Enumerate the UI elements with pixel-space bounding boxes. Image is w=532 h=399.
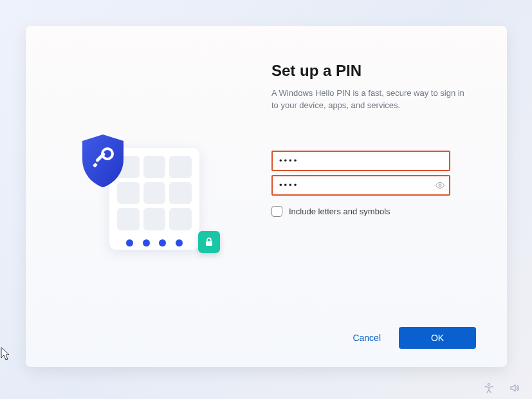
page-title: Set up a PIN	[271, 62, 476, 80]
shield-key-icon	[77, 132, 129, 190]
reveal-pin-button[interactable]	[434, 179, 446, 192]
dialog-actions: Cancel OK	[350, 327, 476, 349]
include-symbols-label: Include letters and symbols	[289, 207, 390, 216]
mouse-cursor	[0, 346, 12, 362]
eye-icon	[435, 180, 445, 190]
pin-illustration	[77, 132, 212, 261]
page-description: A Windows Hello PIN is a fast, secure wa…	[271, 88, 464, 112]
include-symbols-row: Include letters and symbols	[271, 206, 476, 217]
new-pin-input[interactable]	[271, 151, 450, 171]
new-pin-field-wrap	[271, 151, 450, 171]
svg-point-4	[439, 184, 441, 187]
lock-icon	[198, 231, 220, 253]
pin-setup-dialog: Set up a PIN A Windows Hello PIN is a fa…	[26, 26, 507, 367]
include-symbols-checkbox[interactable]	[271, 206, 282, 217]
sound-icon[interactable]	[509, 382, 520, 394]
svg-rect-3	[206, 241, 212, 246]
content-panel: Set up a PIN A Windows Hello PIN is a fa…	[264, 26, 507, 367]
confirm-pin-field-wrap	[271, 175, 450, 196]
ok-button[interactable]: OK	[399, 327, 476, 349]
svg-point-5	[488, 384, 490, 385]
cancel-button[interactable]: Cancel	[350, 328, 383, 348]
taskbar-tray	[483, 382, 520, 394]
illustration-panel	[26, 26, 264, 367]
confirm-pin-input[interactable]	[271, 175, 450, 196]
accessibility-icon[interactable]	[483, 382, 495, 394]
